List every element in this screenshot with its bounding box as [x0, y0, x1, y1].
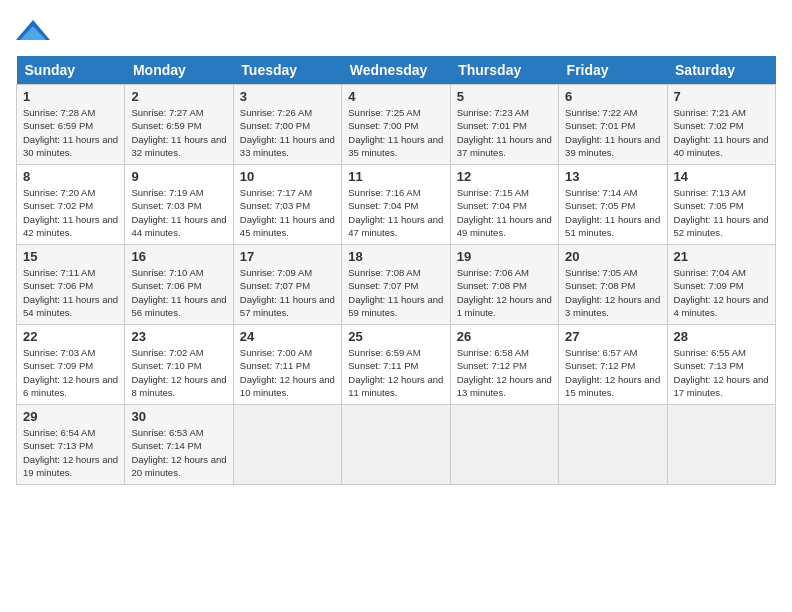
- day-info: Sunrise: 7:25 AMSunset: 7:00 PMDaylight:…: [348, 107, 443, 158]
- day-info: Sunrise: 7:06 AMSunset: 7:08 PMDaylight:…: [457, 267, 552, 318]
- calendar-cell: 28 Sunrise: 6:55 AMSunset: 7:13 PMDaylig…: [667, 325, 775, 405]
- day-info: Sunrise: 6:54 AMSunset: 7:13 PMDaylight:…: [23, 427, 118, 478]
- calendar-cell: 2 Sunrise: 7:27 AMSunset: 6:59 PMDayligh…: [125, 85, 233, 165]
- day-info: Sunrise: 7:19 AMSunset: 7:03 PMDaylight:…: [131, 187, 226, 238]
- day-info: Sunrise: 7:03 AMSunset: 7:09 PMDaylight:…: [23, 347, 118, 398]
- day-number: 7: [674, 89, 769, 104]
- day-info: Sunrise: 6:58 AMSunset: 7:12 PMDaylight:…: [457, 347, 552, 398]
- calendar-cell: [450, 405, 558, 485]
- day-info: Sunrise: 7:11 AMSunset: 7:06 PMDaylight:…: [23, 267, 118, 318]
- header-cell-sunday: Sunday: [17, 56, 125, 85]
- day-number: 3: [240, 89, 335, 104]
- calendar-cell: [233, 405, 341, 485]
- calendar-row-3: 15 Sunrise: 7:11 AMSunset: 7:06 PMDaylig…: [17, 245, 776, 325]
- calendar-cell: 16 Sunrise: 7:10 AMSunset: 7:06 PMDaylig…: [125, 245, 233, 325]
- day-number: 30: [131, 409, 226, 424]
- header-cell-wednesday: Wednesday: [342, 56, 450, 85]
- header-cell-saturday: Saturday: [667, 56, 775, 85]
- calendar-cell: 17 Sunrise: 7:09 AMSunset: 7:07 PMDaylig…: [233, 245, 341, 325]
- calendar-cell: 3 Sunrise: 7:26 AMSunset: 7:00 PMDayligh…: [233, 85, 341, 165]
- day-number: 16: [131, 249, 226, 264]
- day-number: 5: [457, 89, 552, 104]
- day-number: 23: [131, 329, 226, 344]
- day-info: Sunrise: 6:57 AMSunset: 7:12 PMDaylight:…: [565, 347, 660, 398]
- day-number: 19: [457, 249, 552, 264]
- calendar-cell: 30 Sunrise: 6:53 AMSunset: 7:14 PMDaylig…: [125, 405, 233, 485]
- header: [16, 16, 776, 48]
- day-number: 15: [23, 249, 118, 264]
- header-cell-thursday: Thursday: [450, 56, 558, 85]
- calendar-cell: 9 Sunrise: 7:19 AMSunset: 7:03 PMDayligh…: [125, 165, 233, 245]
- day-info: Sunrise: 7:04 AMSunset: 7:09 PMDaylight:…: [674, 267, 769, 318]
- day-info: Sunrise: 7:02 AMSunset: 7:10 PMDaylight:…: [131, 347, 226, 398]
- day-number: 28: [674, 329, 769, 344]
- calendar-cell: 1 Sunrise: 7:28 AMSunset: 6:59 PMDayligh…: [17, 85, 125, 165]
- calendar-cell: 27 Sunrise: 6:57 AMSunset: 7:12 PMDaylig…: [559, 325, 667, 405]
- calendar-cell: [667, 405, 775, 485]
- calendar-cell: 13 Sunrise: 7:14 AMSunset: 7:05 PMDaylig…: [559, 165, 667, 245]
- logo: [16, 16, 54, 48]
- day-number: 11: [348, 169, 443, 184]
- day-info: Sunrise: 7:17 AMSunset: 7:03 PMDaylight:…: [240, 187, 335, 238]
- day-info: Sunrise: 6:55 AMSunset: 7:13 PMDaylight:…: [674, 347, 769, 398]
- day-info: Sunrise: 6:59 AMSunset: 7:11 PMDaylight:…: [348, 347, 443, 398]
- calendar-cell: [342, 405, 450, 485]
- calendar-cell: 22 Sunrise: 7:03 AMSunset: 7:09 PMDaylig…: [17, 325, 125, 405]
- day-number: 6: [565, 89, 660, 104]
- calendar-cell: 5 Sunrise: 7:23 AMSunset: 7:01 PMDayligh…: [450, 85, 558, 165]
- day-number: 25: [348, 329, 443, 344]
- calendar-cell: 11 Sunrise: 7:16 AMSunset: 7:04 PMDaylig…: [342, 165, 450, 245]
- day-info: Sunrise: 7:22 AMSunset: 7:01 PMDaylight:…: [565, 107, 660, 158]
- calendar-cell: 21 Sunrise: 7:04 AMSunset: 7:09 PMDaylig…: [667, 245, 775, 325]
- calendar-row-5: 29 Sunrise: 6:54 AMSunset: 7:13 PMDaylig…: [17, 405, 776, 485]
- day-number: 13: [565, 169, 660, 184]
- day-info: Sunrise: 7:13 AMSunset: 7:05 PMDaylight:…: [674, 187, 769, 238]
- day-info: Sunrise: 7:14 AMSunset: 7:05 PMDaylight:…: [565, 187, 660, 238]
- header-cell-tuesday: Tuesday: [233, 56, 341, 85]
- day-info: Sunrise: 7:05 AMSunset: 7:08 PMDaylight:…: [565, 267, 660, 318]
- day-info: Sunrise: 7:16 AMSunset: 7:04 PMDaylight:…: [348, 187, 443, 238]
- calendar-cell: 10 Sunrise: 7:17 AMSunset: 7:03 PMDaylig…: [233, 165, 341, 245]
- day-info: Sunrise: 7:21 AMSunset: 7:02 PMDaylight:…: [674, 107, 769, 158]
- header-cell-monday: Monday: [125, 56, 233, 85]
- calendar-cell: [559, 405, 667, 485]
- day-number: 8: [23, 169, 118, 184]
- day-number: 17: [240, 249, 335, 264]
- day-number: 9: [131, 169, 226, 184]
- day-number: 29: [23, 409, 118, 424]
- day-number: 10: [240, 169, 335, 184]
- day-info: Sunrise: 6:53 AMSunset: 7:14 PMDaylight:…: [131, 427, 226, 478]
- day-number: 12: [457, 169, 552, 184]
- calendar-cell: 20 Sunrise: 7:05 AMSunset: 7:08 PMDaylig…: [559, 245, 667, 325]
- day-number: 14: [674, 169, 769, 184]
- day-info: Sunrise: 7:09 AMSunset: 7:07 PMDaylight:…: [240, 267, 335, 318]
- logo-icon: [16, 16, 50, 48]
- calendar-row-1: 1 Sunrise: 7:28 AMSunset: 6:59 PMDayligh…: [17, 85, 776, 165]
- calendar-row-2: 8 Sunrise: 7:20 AMSunset: 7:02 PMDayligh…: [17, 165, 776, 245]
- day-number: 21: [674, 249, 769, 264]
- calendar-cell: 4 Sunrise: 7:25 AMSunset: 7:00 PMDayligh…: [342, 85, 450, 165]
- day-info: Sunrise: 7:27 AMSunset: 6:59 PMDaylight:…: [131, 107, 226, 158]
- calendar-cell: 26 Sunrise: 6:58 AMSunset: 7:12 PMDaylig…: [450, 325, 558, 405]
- day-info: Sunrise: 7:23 AMSunset: 7:01 PMDaylight:…: [457, 107, 552, 158]
- header-row: SundayMondayTuesdayWednesdayThursdayFrid…: [17, 56, 776, 85]
- day-info: Sunrise: 7:10 AMSunset: 7:06 PMDaylight:…: [131, 267, 226, 318]
- day-info: Sunrise: 7:00 AMSunset: 7:11 PMDaylight:…: [240, 347, 335, 398]
- calendar-cell: 12 Sunrise: 7:15 AMSunset: 7:04 PMDaylig…: [450, 165, 558, 245]
- day-number: 20: [565, 249, 660, 264]
- calendar-cell: 7 Sunrise: 7:21 AMSunset: 7:02 PMDayligh…: [667, 85, 775, 165]
- day-number: 4: [348, 89, 443, 104]
- calendar-cell: 8 Sunrise: 7:20 AMSunset: 7:02 PMDayligh…: [17, 165, 125, 245]
- day-number: 27: [565, 329, 660, 344]
- calendar-cell: 18 Sunrise: 7:08 AMSunset: 7:07 PMDaylig…: [342, 245, 450, 325]
- calendar-cell: 25 Sunrise: 6:59 AMSunset: 7:11 PMDaylig…: [342, 325, 450, 405]
- calendar-table: SundayMondayTuesdayWednesdayThursdayFrid…: [16, 56, 776, 485]
- calendar-cell: 15 Sunrise: 7:11 AMSunset: 7:06 PMDaylig…: [17, 245, 125, 325]
- day-info: Sunrise: 7:28 AMSunset: 6:59 PMDaylight:…: [23, 107, 118, 158]
- calendar-cell: 14 Sunrise: 7:13 AMSunset: 7:05 PMDaylig…: [667, 165, 775, 245]
- day-number: 24: [240, 329, 335, 344]
- calendar-cell: 6 Sunrise: 7:22 AMSunset: 7:01 PMDayligh…: [559, 85, 667, 165]
- calendar-cell: 24 Sunrise: 7:00 AMSunset: 7:11 PMDaylig…: [233, 325, 341, 405]
- day-number: 2: [131, 89, 226, 104]
- day-info: Sunrise: 7:26 AMSunset: 7:00 PMDaylight:…: [240, 107, 335, 158]
